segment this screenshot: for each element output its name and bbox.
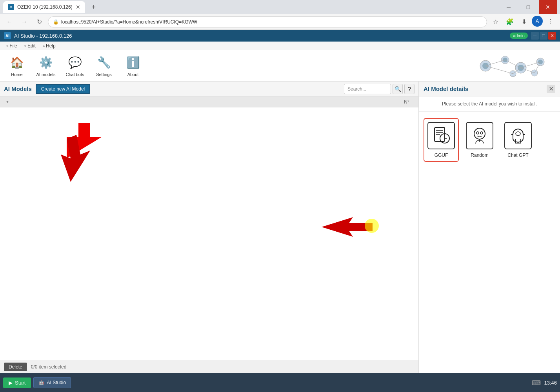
search-input[interactable] — [344, 84, 391, 94]
settings-label: Settings — [96, 72, 112, 77]
svg-point-24 — [474, 128, 485, 139]
svg-line-30 — [482, 141, 484, 143]
forward-button[interactable]: → — [18, 16, 31, 28]
ai-models-label: AI models — [36, 72, 56, 77]
browser-navbar: ← → ↻ 🔒 localhost:9520/AI+Studio/?a=Home… — [0, 14, 560, 30]
chat-bots-icon: 💬 — [67, 55, 83, 71]
search-box: 🔍 ? — [344, 84, 415, 94]
col-n-header: N° — [395, 99, 418, 105]
app-minimize-button[interactable]: ─ — [531, 32, 539, 40]
toolbar-settings-button[interactable]: 🔧 Settings — [90, 53, 118, 79]
ai-models-icon: ⚙️ — [38, 55, 54, 71]
delete-button[interactable]: Delete — [4, 363, 27, 371]
right-panel-title: AI Model details — [424, 85, 547, 92]
browser-tab[interactable]: O OZEKI 10 (192.168.0.126) ✕ — [3, 1, 85, 13]
model-icons-grid: GGUF — [419, 112, 560, 168]
right-panel-hint: Please select the AI model you wish to i… — [419, 96, 560, 112]
home-icon: 🏠 — [9, 55, 25, 71]
download-button[interactable]: ⬇ — [518, 16, 530, 28]
right-panel: AI Model details ✕ Please select the AI … — [419, 82, 560, 373]
menu-help[interactable]: Help — [40, 42, 59, 49]
toolbar: 🏠 Home ⚙️ AI models 💬 Chat bots 🔧 Settin… — [0, 50, 560, 82]
menu-button[interactable]: ⋮ — [544, 16, 557, 28]
menu-file[interactable]: File — [3, 42, 20, 49]
table-body — [0, 107, 418, 360]
back-button[interactable]: ← — [3, 16, 16, 28]
status-text: 0/0 item selected — [31, 364, 67, 370]
main-content: AI Models Create new AI Model 🔍 ? ▼ N° — [0, 82, 560, 373]
toolbar-ai-models-button[interactable]: ⚙️ AI models — [32, 53, 60, 79]
toolbar-home-button[interactable]: 🏠 Home — [3, 53, 31, 79]
nav-actions: ☆ 🧩 ⬇ A ⋮ — [489, 16, 557, 28]
close-panel-button[interactable]: ✕ — [547, 85, 555, 93]
search-button[interactable]: 🔍 — [393, 84, 403, 94]
menu-bar: File Edit Help — [0, 42, 560, 50]
admin-badge: admin — [510, 33, 528, 39]
chatgpt-label: Chat GPT — [507, 152, 528, 158]
panel-header: AI Models Create new AI Model 🔍 ? — [0, 82, 418, 96]
new-tab-button[interactable]: + — [88, 2, 99, 13]
model-gguf-item[interactable]: GGUF — [424, 118, 459, 162]
taskbar: ▶ Start 🤖 AI Studio ⌨ 13:46 — [0, 373, 560, 392]
home-label: Home — [11, 72, 22, 77]
chat-bots-label: Chat bots — [65, 72, 84, 77]
random-icon — [466, 122, 493, 149]
help-button[interactable]: ? — [404, 84, 415, 94]
tab-close-button[interactable]: ✕ — [76, 4, 80, 10]
start-icon: ▶ — [9, 380, 13, 386]
taskbar-keyboard-icon: ⌨ — [532, 379, 541, 387]
toolbar-about-button[interactable]: ℹ️ About — [119, 53, 147, 79]
gguf-label: GGUF — [435, 152, 448, 158]
toolbar-chat-bots-button[interactable]: 💬 Chat bots — [61, 53, 89, 79]
about-label: About — [127, 72, 139, 77]
address-bar[interactable]: 🔒 localhost:9520/AI+Studio/?a=Home&ncref… — [48, 16, 487, 27]
status-bar: Delete 0/0 item selected — [0, 360, 418, 373]
svg-line-29 — [475, 141, 477, 143]
settings-icon: 🔧 — [96, 55, 112, 71]
left-panel: AI Models Create new AI Model 🔍 ? ▼ N° — [0, 82, 419, 373]
network-graph — [474, 54, 552, 78]
svg-point-31 — [516, 132, 520, 136]
tab-title: OZEKI 10 (192.168.0.126) — [17, 4, 73, 10]
about-icon: ℹ️ — [125, 55, 141, 71]
app-close-button[interactable]: ✕ — [548, 32, 556, 40]
taskbar-time: 13:46 — [544, 380, 557, 386]
url-text: localhost:9520/AI+Studio/?a=Home&ncrefre… — [61, 19, 482, 25]
minimize-button[interactable]: ─ — [500, 0, 518, 14]
model-random-item[interactable]: Random — [462, 118, 497, 162]
taskbar-app-icon: 🤖 — [38, 380, 44, 385]
app-titlebar: AI AI Studio - 192.168.0.126 admin ─ □ ✕ — [0, 30, 560, 42]
tab-favicon: O — [8, 4, 14, 10]
start-button[interactable]: ▶ Start — [3, 377, 31, 388]
profile-button[interactable]: A — [532, 16, 543, 27]
chatgpt-icon — [504, 122, 532, 149]
random-label: Random — [471, 152, 488, 158]
app-maximize-button[interactable]: □ — [540, 32, 547, 40]
app-win-controls: ─ □ ✕ — [531, 32, 556, 40]
model-chatgpt-item[interactable]: Chat GPT — [500, 118, 536, 162]
table-header: ▼ N° — [0, 96, 418, 107]
app-icon: AI — [4, 32, 11, 39]
taskbar-ai-studio[interactable]: 🤖 AI Studio — [33, 377, 71, 388]
window-controls: ─ □ ✕ — [500, 0, 557, 14]
gguf-icon — [427, 122, 455, 149]
create-new-ai-model-button[interactable]: Create new AI Model — [36, 84, 90, 94]
maximize-button[interactable]: □ — [519, 0, 537, 14]
start-label: Start — [15, 380, 25, 386]
app-window: AI AI Studio - 192.168.0.126 admin ─ □ ✕… — [0, 30, 560, 373]
taskbar-icons: ⌨ 13:46 — [532, 379, 557, 387]
right-panel-header: AI Model details ✕ — [419, 82, 560, 96]
reload-button[interactable]: ↻ — [33, 16, 45, 28]
panel-title: AI Models — [4, 85, 32, 92]
menu-edit[interactable]: Edit — [21, 42, 39, 49]
app-title: AI Studio - 192.168.0.126 — [14, 33, 510, 39]
extensions-button[interactable]: 🧩 — [504, 16, 516, 28]
browser-titlebar: O OZEKI 10 (192.168.0.126) ✕ + ─ □ ✕ — [0, 0, 560, 14]
svg-point-26 — [480, 132, 483, 134]
bookmark-button[interactable]: ☆ — [489, 16, 502, 28]
col-name-header: ▼ — [0, 100, 395, 104]
close-browser-button[interactable]: ✕ — [539, 0, 557, 14]
taskbar-app-label: AI Studio — [47, 380, 66, 385]
svg-point-25 — [476, 132, 479, 134]
